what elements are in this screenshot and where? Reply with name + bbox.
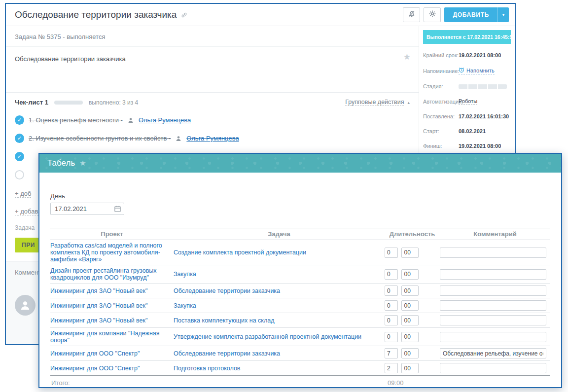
table-row: Инжиниринг для компании "Надежная опора"… — [50, 328, 550, 346]
group-actions-link[interactable]: Групповые действия — [345, 99, 404, 106]
avatar[interactable] — [15, 295, 36, 316]
column-header-duration: Длительность — [385, 228, 440, 240]
project-link[interactable]: Инжиниринг для ЗАО "Новый век" — [50, 317, 147, 324]
task-toolbar: ДОБАВИТЬ ▾ — [403, 7, 509, 22]
sidebar-row-deadline: Крайний срок: 19.02.2021 08:00 — [419, 48, 515, 63]
add-button-dropdown[interactable]: ▾ — [497, 7, 509, 22]
calendar-icon[interactable] — [114, 205, 121, 213]
add-checklist-item-link[interactable]: + доб — [15, 190, 31, 198]
add-button[interactable]: ДОБАВИТЬ ▾ — [444, 7, 509, 22]
comment-input[interactable] — [440, 269, 546, 280]
unchecked-circle-icon[interactable] — [15, 170, 24, 179]
task-link[interactable]: Закупка — [174, 302, 196, 309]
table-row: Инжиниринг для ООО "Спектр" Обследование… — [50, 346, 550, 361]
settings-button[interactable] — [424, 7, 441, 22]
task-link[interactable]: Закупка — [174, 271, 196, 278]
hours-input[interactable] — [385, 285, 398, 296]
hours-input[interactable] — [385, 248, 398, 258]
comment-input[interactable] — [440, 285, 546, 296]
sidebar-row-start: Старт: 08.02.2021 — [419, 124, 515, 139]
total-value: 09:00 — [385, 376, 440, 388]
minutes-input[interactable] — [401, 315, 419, 325]
alarm-clock-icon — [459, 67, 464, 74]
total-label: Итого: — [50, 376, 174, 388]
task-link[interactable]: Обследование территории заказчика — [174, 350, 280, 357]
add-button-label[interactable]: ДОБАВИТЬ — [444, 7, 497, 22]
minutes-input[interactable] — [401, 332, 419, 342]
mute-notifications-button[interactable] — [403, 7, 420, 22]
assignee-link[interactable]: Ольга Румянцева — [139, 116, 191, 124]
start-value: 08.02.2021 — [459, 128, 486, 134]
comment-input[interactable] — [440, 315, 546, 325]
project-link[interactable]: Инжиниринг для ЗАО "Новый век" — [50, 302, 147, 309]
task-status-line: Задача № 5375 - выполняется — [6, 26, 419, 47]
checked-circle-icon[interactable]: ✓ — [15, 134, 24, 143]
favorite-star-icon[interactable]: ★ — [403, 52, 411, 62]
assignee-link[interactable]: Ольга Румянцева — [186, 135, 239, 142]
hours-input[interactable] — [385, 315, 398, 325]
checklist-title: Чек-лист 1 — [15, 99, 48, 106]
checklist-item-text: 2. Изучение особенности грунтов и их сво… — [29, 135, 171, 142]
status-banner: Выполняется с 17.02.2021 16:45:50 — [423, 30, 511, 44]
minutes-input[interactable] — [401, 285, 419, 296]
minutes-input[interactable] — [401, 363, 419, 373]
hours-input[interactable] — [385, 269, 398, 280]
finish-label: Финиш: — [423, 143, 459, 149]
task-link[interactable]: Подготовка протоколов — [174, 365, 241, 372]
stage-progress-bar[interactable] — [459, 84, 507, 89]
project-link[interactable]: Инжиниринг для ООО "Спектр" — [50, 365, 140, 372]
person-icon — [176, 136, 181, 142]
finish-value: 19.02.2021 08:00 — [459, 143, 501, 149]
bell-slash-icon — [408, 10, 416, 20]
minutes-input[interactable] — [401, 248, 419, 258]
minutes-input[interactable] — [401, 348, 419, 358]
reminder-link[interactable]: Напомнить — [459, 67, 495, 74]
minutes-input[interactable] — [401, 300, 419, 311]
project-link[interactable]: Инжиниринг для компании "Надежная опора" — [50, 330, 170, 344]
reminder-link-label: Напомнить — [466, 68, 495, 73]
table-row: Инжиниринг для ЗАО "Новый век" Поставка … — [50, 313, 550, 328]
project-link[interactable]: Инжиниринг для ЗАО "Новый век" — [50, 287, 147, 294]
task-link[interactable]: Утверждение комплекта разработанной прое… — [174, 333, 361, 340]
comment-input[interactable] — [440, 248, 546, 258]
comment-input[interactable] — [440, 348, 546, 358]
task-link[interactable]: Обследование территории заказчика — [174, 287, 280, 294]
column-header-task: Задача — [174, 228, 385, 240]
project-link[interactable]: Дизайн проект рестайлинга грузовых квадр… — [50, 267, 170, 281]
checked-circle-icon[interactable]: ✓ — [15, 115, 24, 125]
favorite-star-icon[interactable]: ★ — [79, 159, 86, 168]
hours-input[interactable] — [385, 363, 398, 373]
timesheet-window: Табель ★ День Проект Задача Длительность… — [38, 153, 562, 388]
task-link[interactable]: Поставка комплектующих на склад — [174, 317, 275, 324]
table-row: Инжиниринг для ЗАО "Новый век" Обследова… — [50, 284, 550, 298]
chevron-up-icon[interactable]: ▴ — [407, 100, 410, 105]
date-input[interactable] — [50, 203, 124, 215]
project-link[interactable]: Инжиниринг для ООО "Спектр" — [50, 350, 140, 357]
timesheet-table-body: Разработка cas/cad моделей и полного ком… — [50, 240, 550, 376]
project-link[interactable]: Разработка cas/cad моделей и полного ком… — [50, 242, 170, 263]
timesheet-header: Табель ★ — [39, 154, 561, 173]
link-icon[interactable] — [181, 12, 187, 18]
automation-link[interactable]: Роботы — [459, 98, 477, 105]
table-row: Дизайн проект рестайлинга грузовых квадр… — [50, 265, 550, 284]
stage-progress-ticks — [459, 84, 507, 89]
hours-input[interactable] — [385, 300, 398, 311]
checked-circle-icon[interactable]: ✓ — [15, 152, 24, 161]
hours-input[interactable] — [385, 348, 398, 358]
gear-icon — [428, 10, 436, 20]
checklist-progress-bar — [54, 101, 83, 105]
table-header-row: Проект Задача Длительность Комментарий — [50, 228, 550, 240]
reminder-label: Напоминание: — [423, 68, 459, 74]
comment-input[interactable] — [440, 300, 546, 311]
minutes-input[interactable] — [401, 269, 419, 280]
column-header-project: Проект — [50, 228, 174, 240]
task-link[interactable]: Создание комплекта проектной документаци… — [174, 249, 306, 256]
stage-label: Стадия: — [423, 83, 459, 89]
group-actions: Групповые действия ▴ — [345, 99, 410, 106]
comment-input[interactable] — [440, 332, 546, 342]
task-header: Обследование территории заказчика ДОБАВИ… — [6, 4, 515, 26]
hours-input[interactable] — [385, 332, 398, 342]
table-row: Инжиниринг для ООО "Спектр" Подготовка п… — [50, 361, 550, 376]
deadline-label: Крайний срок: — [423, 52, 459, 58]
comment-input[interactable] — [440, 363, 546, 373]
